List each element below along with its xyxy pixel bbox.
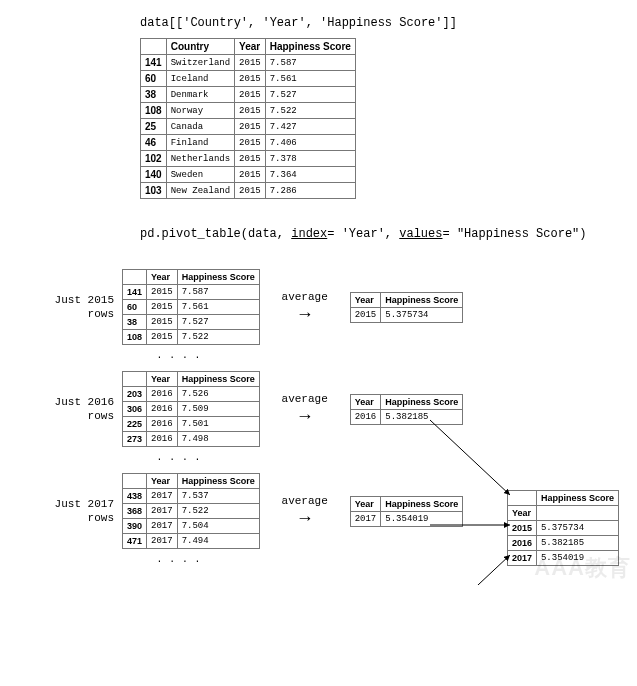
group-label: Just 2017 rows [50, 497, 122, 526]
arrow-average: average → [260, 393, 350, 425]
table-row: 102Netherlands20157.378 [141, 151, 356, 167]
average-label: average [282, 495, 328, 507]
code-seg: ]] [442, 16, 456, 30]
table-header: Happiness Score [265, 39, 355, 55]
table-row: 140Sweden20157.364 [141, 167, 356, 183]
avg-table-2015: YearHappiness Score 20155.375734 [350, 292, 464, 323]
group-label: Just 2015 rows [50, 293, 122, 322]
code-seg: 'Year' [262, 16, 305, 30]
ellipsis: . . . . [50, 347, 230, 361]
subset-table-2016: YearHappiness Score 20320167.526 3062016… [122, 371, 260, 447]
ellipsis: . . . . [50, 551, 230, 565]
avg-table-2017: YearHappiness Score 20175.354019 [350, 496, 464, 527]
arrow-right-icon: → [296, 407, 314, 425]
code-seg-values: values [399, 227, 442, 241]
avg-table-2016: YearHappiness Score 20165.382185 [350, 394, 464, 425]
table-header [141, 39, 167, 55]
code-seg: 'Happiness Score' [320, 16, 442, 30]
table-row: 108Norway20157.522 [141, 103, 356, 119]
average-label: average [282, 393, 328, 405]
code-seg: , [248, 16, 262, 30]
code-seg: = 'Year', [327, 227, 399, 241]
group-2016: Just 2016 rows YearHappiness Score 20320… [50, 371, 627, 447]
watermark: AAA教育 [534, 553, 631, 583]
arrow-right-icon: → [296, 305, 314, 323]
table-row: 38Denmark20157.527 [141, 87, 356, 103]
group-label: Just 2016 rows [50, 395, 122, 424]
arrow-average: average → [260, 495, 350, 527]
code-seg: pd.pivot_table(data, [140, 227, 291, 241]
arrow-average: average → [260, 291, 350, 323]
code-seg: , [306, 16, 320, 30]
table-row: 25Canada20157.427 [141, 119, 356, 135]
code-line-pivot: pd.pivot_table(data, index= 'Year', valu… [140, 227, 627, 241]
table-row: 46Finland20157.406 [141, 135, 356, 151]
table-header: Country [166, 39, 234, 55]
code-seg: data[[ [140, 16, 183, 30]
code-seg: = "Happiness Score") [442, 227, 586, 241]
group-2015: Just 2015 rows YearHappiness Score 14120… [50, 269, 627, 345]
svg-line-2 [430, 555, 510, 585]
arrow-right-icon: → [296, 509, 314, 527]
table-header: Year [235, 39, 266, 55]
subset-table-2017: YearHappiness Score 43820177.537 3682017… [122, 473, 260, 549]
source-table: Country Year Happiness Score 141Switzerl… [140, 38, 356, 199]
code-seg-index: index [291, 227, 327, 241]
code-line-select: data[['Country', 'Year', 'Happiness Scor… [140, 16, 627, 30]
table-row: 60Iceland20157.561 [141, 71, 356, 87]
table-header-row: Country Year Happiness Score [141, 39, 356, 55]
average-label: average [282, 291, 328, 303]
table-row: 103New Zealand20157.286 [141, 183, 356, 199]
ellipsis: . . . . [50, 449, 230, 463]
code-seg: 'Country' [183, 16, 248, 30]
subset-table-2015: YearHappiness Score 14120157.587 6020157… [122, 269, 260, 345]
table-row: 141Switzerland20157.587 [141, 55, 356, 71]
